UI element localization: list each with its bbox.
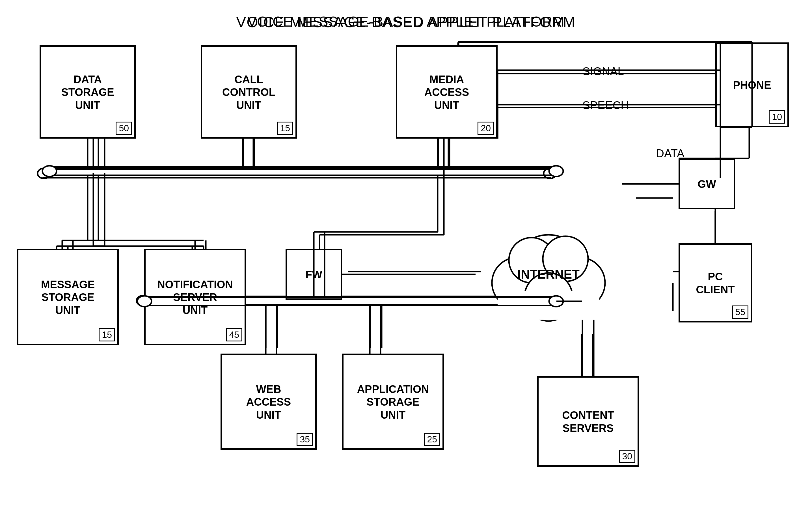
notification-server-unit-box: NOTIFICATIONSERVERUNIT 45 — [144, 249, 246, 345]
data-label: DATA — [656, 147, 685, 160]
application-storage-unit-box: APPLICATIONSTORAGEUNIT 25 — [342, 353, 444, 450]
svg-point-3 — [544, 168, 556, 178]
media-access-unit-box: MEDIAACCESSUNIT 20 — [396, 45, 498, 139]
diagram: VOICE MESSAGE-BASED APPLET PLATFORM — [0, 0, 812, 510]
message-storage-label: MESSAGESTORAGEUNIT — [38, 276, 98, 318]
call-control-number: 15 — [277, 122, 293, 135]
message-storage-number: 15 — [99, 328, 115, 341]
content-servers-label: CONTENTSERVERS — [559, 407, 618, 436]
web-access-number: 35 — [297, 433, 313, 446]
application-storage-number: 25 — [424, 433, 440, 446]
call-control-unit-box: CALLCONTROLUNIT 15 — [201, 45, 297, 139]
svg-point-2 — [38, 168, 50, 178]
internet-label: INTERNET — [517, 267, 580, 281]
signal-label: SIGNAL — [582, 65, 624, 78]
pc-client-box: PCCLIENT 55 — [679, 243, 752, 322]
data-storage-number: 50 — [116, 122, 132, 135]
notification-server-number: 45 — [226, 328, 242, 341]
content-servers-box: CONTENTSERVERS 30 — [537, 376, 639, 467]
web-access-label: WEBACCESSUNIT — [243, 381, 294, 423]
svg-point-72 — [42, 166, 57, 176]
fw-label: FW — [302, 266, 325, 283]
gw-box: GW — [679, 159, 735, 209]
media-access-number: 20 — [478, 122, 494, 135]
content-servers-number: 30 — [619, 450, 635, 463]
call-control-label: CALLCONTROLUNIT — [219, 71, 279, 113]
svg-rect-56 — [498, 291, 599, 320]
pc-client-label: PCCLIENT — [692, 268, 738, 297]
data-storage-label: DATASTORAGEUNIT — [58, 71, 117, 113]
svg-point-73 — [549, 166, 563, 176]
fw-box: FW — [285, 249, 342, 300]
media-access-label: MEDIAACCESSUNIT — [421, 71, 473, 113]
notification-server-label: NOTIFICATIONSERVERUNIT — [154, 276, 236, 318]
internet-cloud: INTERNET — [475, 215, 622, 334]
phone-number: 10 — [769, 110, 785, 123]
phone-box: PHONE 10 — [715, 42, 789, 127]
data-storage-unit-box: DATASTORAGEUNIT 50 — [39, 45, 136, 139]
phone-label: PHONE — [729, 77, 774, 93]
speech-label: SPEECH — [582, 99, 629, 112]
application-storage-label: APPLICATIONSTORAGEUNIT — [354, 381, 432, 423]
page-title: VOICE MESSAGE-BASED APPLET PLATFORM — [247, 13, 565, 30]
web-access-unit-box: WEBACCESSUNIT 35 — [220, 353, 317, 450]
message-storage-unit-box: MESSAGESTORAGEUNIT 15 — [17, 249, 119, 345]
gw-label: GW — [694, 176, 719, 192]
pc-client-number: 55 — [732, 306, 748, 319]
